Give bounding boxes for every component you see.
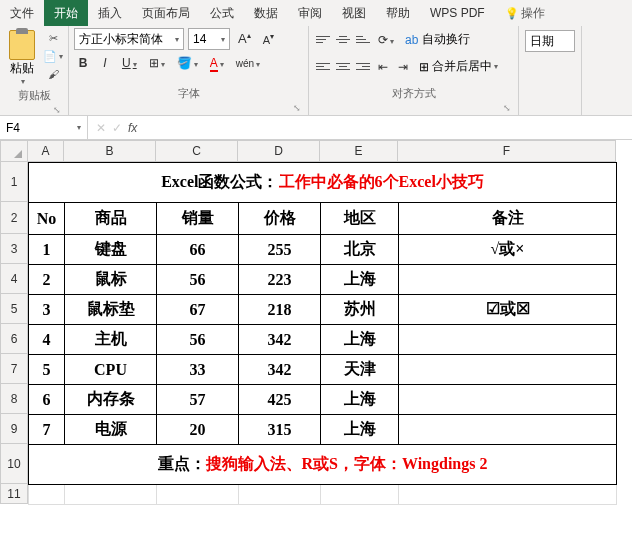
italic-button[interactable]: I [96, 54, 114, 72]
cut-button[interactable]: ✂ [43, 30, 63, 46]
row-header[interactable]: 8 [0, 384, 28, 414]
row-header[interactable]: 11 [0, 484, 28, 504]
cell[interactable] [321, 485, 399, 505]
fill-color-button[interactable]: 🪣▾ [173, 54, 202, 72]
phonetic-button[interactable]: wén▾ [232, 56, 264, 71]
cell[interactable]: 4 [29, 325, 65, 355]
border-button[interactable]: ⊞▾ [145, 54, 169, 72]
dialog-launcher-icon[interactable]: ⤡ [5, 105, 63, 115]
cell[interactable]: 销量 [157, 203, 239, 235]
cell[interactable] [399, 485, 617, 505]
cell[interactable]: 33 [157, 355, 239, 385]
decrease-font-button[interactable]: A▾ [259, 30, 278, 48]
cell[interactable]: 57 [157, 385, 239, 415]
cell[interactable]: 425 [239, 385, 321, 415]
bold-button[interactable]: B [74, 54, 92, 72]
col-header[interactable]: A [28, 140, 64, 162]
cell[interactable]: CPU [65, 355, 157, 385]
cell[interactable]: 价格 [239, 203, 321, 235]
row-header[interactable]: 4 [0, 264, 28, 294]
cell[interactable]: 223 [239, 265, 321, 295]
increase-indent-button[interactable]: ⇥ [394, 58, 412, 76]
cell[interactable]: 内存条 [65, 385, 157, 415]
cell[interactable]: 5 [29, 355, 65, 385]
copy-button[interactable]: 📄▾ [43, 48, 63, 64]
row-header[interactable]: 10 [0, 444, 28, 484]
row-header[interactable]: 1 [0, 162, 28, 202]
cell[interactable]: 天津 [321, 355, 399, 385]
cell[interactable]: 商品 [65, 203, 157, 235]
col-header[interactable]: B [64, 140, 156, 162]
underline-button[interactable]: U▾ [118, 54, 141, 72]
cell[interactable] [399, 265, 617, 295]
align-bottom-button[interactable] [354, 31, 372, 49]
cell[interactable] [399, 325, 617, 355]
tab-view[interactable]: 视图 [332, 0, 376, 26]
cell[interactable]: 67 [157, 295, 239, 325]
cell[interactable]: 20 [157, 415, 239, 445]
cell[interactable]: 218 [239, 295, 321, 325]
decrease-indent-button[interactable]: ⇤ [374, 58, 392, 76]
cell[interactable]: 315 [239, 415, 321, 445]
align-top-button[interactable] [314, 31, 332, 49]
cell[interactable]: ☑或☒ [399, 295, 617, 325]
cell[interactable]: 键盘 [65, 235, 157, 265]
cell[interactable] [157, 485, 239, 505]
col-header[interactable]: D [238, 140, 320, 162]
cell[interactable]: 鼠标垫 [65, 295, 157, 325]
tab-home[interactable]: 开始 [44, 0, 88, 26]
paste-button[interactable]: 粘贴 ▾ [5, 28, 39, 88]
cell[interactable]: 备注 [399, 203, 617, 235]
cell[interactable] [399, 415, 617, 445]
tab-layout[interactable]: 页面布局 [132, 0, 200, 26]
tab-formula[interactable]: 公式 [200, 0, 244, 26]
align-left-button[interactable] [314, 58, 332, 76]
cell[interactable] [65, 485, 157, 505]
cell[interactable]: 3 [29, 295, 65, 325]
cell[interactable]: 342 [239, 355, 321, 385]
name-box[interactable]: F4▾ [0, 116, 88, 139]
tab-review[interactable]: 审阅 [288, 0, 332, 26]
cell[interactable]: √或× [399, 235, 617, 265]
font-color-button[interactable]: A▾ [206, 54, 228, 72]
row-header[interactable]: 7 [0, 354, 28, 384]
cell[interactable]: 56 [157, 325, 239, 355]
cell[interactable]: No [29, 203, 65, 235]
orientation-button[interactable]: ⟳▾ [374, 31, 398, 49]
align-center-button[interactable] [334, 58, 352, 76]
cell[interactable]: 7 [29, 415, 65, 445]
fx-button[interactable]: fx [128, 121, 137, 135]
tab-insert[interactable]: 插入 [88, 0, 132, 26]
cell[interactable]: 主机 [65, 325, 157, 355]
row-header[interactable]: 2 [0, 202, 28, 234]
cell[interactable]: 66 [157, 235, 239, 265]
cell[interactable] [399, 355, 617, 385]
cell[interactable]: 上海 [321, 265, 399, 295]
cell[interactable]: 上海 [321, 385, 399, 415]
col-header[interactable]: F [398, 140, 616, 162]
cell[interactable] [29, 485, 65, 505]
font-name-select[interactable]: 方正小标宋简体▾ [74, 28, 184, 50]
formula-input[interactable] [145, 116, 632, 139]
cell[interactable]: 北京 [321, 235, 399, 265]
cell[interactable]: 地区 [321, 203, 399, 235]
cell[interactable]: Excel函数公式：工作中必备的6个Excel小技巧 [29, 163, 617, 203]
align-middle-button[interactable] [334, 31, 352, 49]
row-header[interactable]: 9 [0, 414, 28, 444]
row-header[interactable]: 6 [0, 324, 28, 354]
cell[interactable]: 56 [157, 265, 239, 295]
tab-operate[interactable]: 操作 [495, 0, 555, 26]
cell[interactable]: 电源 [65, 415, 157, 445]
cell[interactable]: 6 [29, 385, 65, 415]
row-header[interactable]: 3 [0, 234, 28, 264]
col-header[interactable]: E [320, 140, 398, 162]
tab-wpspdf[interactable]: WPS PDF [420, 0, 495, 26]
font-size-select[interactable]: 14▾ [188, 28, 230, 50]
format-painter-button[interactable]: 🖌 [43, 66, 63, 82]
cell[interactable]: 342 [239, 325, 321, 355]
cell[interactable]: 重点：搜狗输入法、R或S，字体：Wingdings 2 [29, 445, 617, 485]
cell[interactable]: 鼠标 [65, 265, 157, 295]
row-header[interactable]: 5 [0, 294, 28, 324]
cell[interactable] [399, 385, 617, 415]
cell[interactable]: 苏州 [321, 295, 399, 325]
